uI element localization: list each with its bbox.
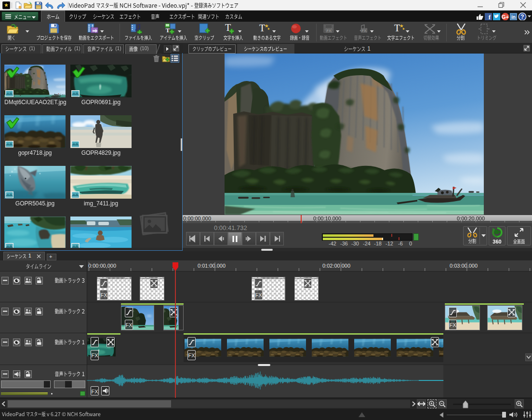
svg-text:FX: FX [91, 352, 98, 358]
svg-text:FX: FX [91, 389, 98, 394]
svg-text:FX: FX [449, 322, 456, 328]
svg-text:FX: FX [188, 352, 195, 358]
svg-text:FX: FX [100, 292, 107, 298]
svg-text:FX: FX [125, 322, 133, 328]
svg-text:FX: FX [255, 292, 262, 298]
